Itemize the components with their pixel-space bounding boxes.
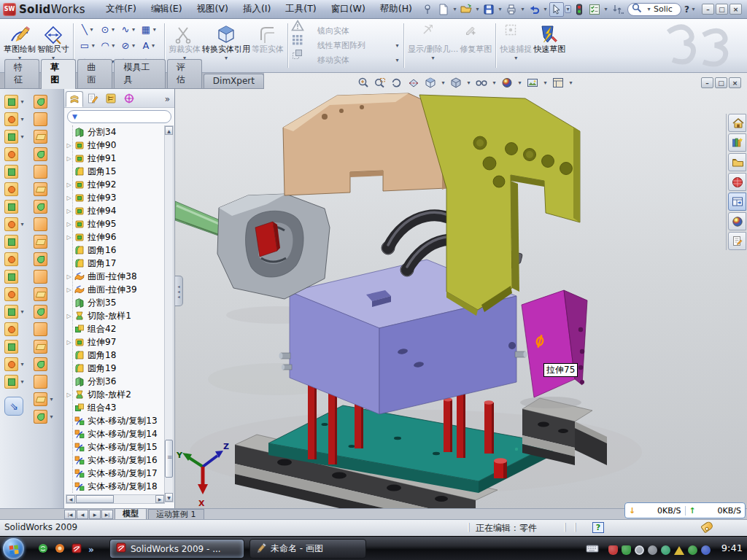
print-dropdown[interactable] [519, 6, 526, 12]
first-tab-button[interactable] [64, 510, 76, 519]
ribbon-tab-4[interactable]: 评估 [167, 59, 202, 88]
ellipse-icon[interactable]: ⊘ [119, 38, 139, 54]
open-icon[interactable] [459, 2, 473, 17]
doc-restore-button[interactable] [715, 77, 727, 88]
help-dropdown[interactable] [690, 6, 697, 12]
cut-with-surface-icon[interactable] [34, 357, 47, 371]
fillet-icon[interactable] [4, 130, 18, 144]
apply-scene-icon[interactable] [525, 76, 540, 90]
extruded-boss-icon-dropdown[interactable] [19, 98, 26, 105]
tree-item[interactable]: 切除-放样1 [64, 309, 163, 322]
close-button[interactable] [729, 4, 742, 15]
network-speed-widget[interactable]: 0KB/S 0KB/S [624, 502, 746, 518]
deform-icon[interactable] [4, 305, 18, 319]
zoom-area-icon[interactable] [373, 76, 387, 90]
tree-item[interactable]: 圆角18 [64, 349, 163, 362]
menu-item-4[interactable]: 工具(T) [278, 0, 323, 18]
menu-item-0[interactable]: 文件(F) [98, 0, 144, 18]
panel-splitter-handle[interactable] [175, 276, 183, 306]
view-settings-icon-dropdown[interactable] [568, 79, 574, 86]
expand-arrow-icon[interactable] [66, 182, 72, 188]
mirror-body-icon[interactable] [4, 252, 18, 266]
point-ref-icon[interactable] [4, 357, 18, 371]
ribbon-tab-3[interactable]: 模具工具 [114, 59, 165, 88]
design-checker-icon[interactable] [587, 2, 602, 17]
restore-button[interactable] [716, 4, 728, 15]
display-style-icon[interactable] [449, 76, 463, 90]
line-icon[interactable]: ╲ [78, 22, 98, 38]
windows-update-icon[interactable] [635, 545, 644, 555]
taskbar-button-0[interactable]: SolidWorks 2009 - ... [109, 539, 244, 559]
quick-launch-overflow-icon[interactable] [88, 545, 94, 555]
tree-item[interactable]: 拉伸96 [64, 230, 163, 244]
appearances-icon[interactable] [728, 212, 746, 230]
thicken-icon[interactable] [34, 340, 47, 354]
freeform-icon[interactable] [34, 375, 47, 389]
expand-arrow-icon[interactable] [66, 339, 72, 346]
select-icon[interactable] [549, 2, 564, 17]
expand-arrow-icon[interactable] [66, 208, 72, 214]
toolbar-overflow-icon[interactable] [610, 2, 624, 17]
checker-dropdown[interactable] [603, 6, 609, 12]
text-icon[interactable]: A [139, 38, 160, 54]
new-dropdown[interactable] [452, 6, 458, 12]
tree-item[interactable]: 实体-移动/复制14 [64, 427, 163, 440]
tree-item[interactable]: 实体-移动/复制15 [64, 440, 163, 454]
tree-item[interactable]: 拉伸95 [64, 217, 163, 230]
tree-item[interactable]: 拉伸91 [64, 152, 163, 165]
shell-icon[interactable] [4, 182, 18, 196]
revolved-surface-icon[interactable] [34, 112, 47, 126]
deform-icon-dropdown[interactable] [19, 308, 26, 315]
pin-icon[interactable] [421, 2, 436, 17]
tree-item[interactable]: 实体-移动/复制17 [64, 467, 163, 480]
plane-icon[interactable] [4, 322, 18, 336]
file-explorer-icon[interactable] [728, 153, 746, 171]
tags-icon[interactable] [700, 521, 714, 534]
menu-item-6[interactable]: 帮助(H) [373, 0, 419, 18]
health-icon[interactable] [688, 545, 697, 555]
mirror-entities-icon[interactable]: ▦ [139, 22, 160, 38]
tree-item[interactable]: 拉伸90 [64, 139, 163, 152]
expand-arrow-icon[interactable] [66, 221, 72, 228]
swept-surface-icon[interactable] [34, 95, 47, 109]
solidworks-resources-icon[interactable] [728, 173, 746, 191]
fillet-icon-dropdown[interactable] [19, 133, 26, 140]
tree-item[interactable]: 圆角19 [64, 362, 163, 375]
convert-entities-button[interactable]: 转换实体引用 [202, 21, 250, 70]
expand-arrow-icon[interactable] [66, 273, 72, 280]
delete-face-icon[interactable] [34, 305, 47, 319]
hide-show-items-icon[interactable] [474, 76, 489, 90]
linear-pattern-icon[interactable] [4, 217, 18, 231]
tree-item[interactable]: 拉伸97 [64, 335, 163, 349]
tree-filter-input[interactable] [67, 110, 171, 123]
replace-face-icon[interactable] [34, 322, 47, 336]
zoom-fit-icon[interactable] [356, 76, 371, 90]
rotate-view-icon[interactable] [390, 76, 404, 90]
select-dropdown[interactable] [565, 5, 571, 13]
rapid-sketch-button[interactable]: 快速草图 [533, 21, 565, 70]
tree-item[interactable]: 圆角16 [64, 244, 163, 257]
expand-arrow-icon[interactable] [66, 313, 72, 319]
taskbar-button-1[interactable]: 未命名 - 画图 [249, 539, 366, 559]
expand-arrow-icon[interactable] [66, 234, 72, 241]
trim-surface-icon[interactable] [34, 270, 47, 284]
vertical-scroll-thumb[interactable] [165, 440, 173, 478]
display-style-icon-dropdown[interactable] [465, 79, 472, 86]
alert-icon[interactable] [674, 546, 684, 555]
traffic-light-icon[interactable] [572, 2, 587, 17]
menu-item-3[interactable]: 插入(I) [236, 0, 278, 18]
view-palette-icon[interactable] [728, 192, 746, 211]
lofted-surface-icon[interactable] [34, 147, 47, 161]
tree-item[interactable]: 分割36 [64, 375, 163, 388]
spline-icon[interactable] [34, 410, 47, 424]
view-orientation-icon[interactable] [423, 76, 438, 90]
view-orientation-icon-dropdown[interactable] [440, 79, 446, 86]
tree-item[interactable]: 分割34 [64, 125, 163, 139]
tree-item[interactable]: 曲面-拉伸39 [64, 283, 163, 296]
rectangle-icon[interactable]: ▭ [78, 38, 98, 54]
home-icon[interactable] [728, 114, 746, 132]
menu-item-5[interactable]: 窗口(W) [324, 0, 373, 18]
ruled-surface-icon[interactable] [34, 235, 47, 249]
tree-item[interactable]: 拉伸93 [64, 191, 163, 204]
revolved-boss-icon[interactable] [4, 165, 18, 179]
